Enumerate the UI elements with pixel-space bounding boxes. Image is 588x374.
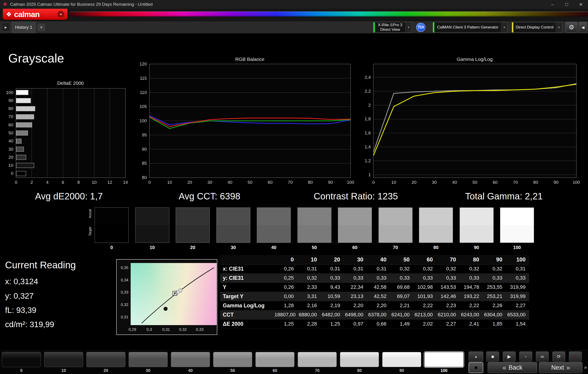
pattern-generator-dropdown[interactable]: CalMAN Client 3 Pattern Generator ▼ <box>433 22 508 33</box>
y-axis-tick: 110 <box>140 90 147 96</box>
stop-measure-button[interactable]: ■ <box>469 362 483 373</box>
table-cell: 2,02 <box>413 319 436 329</box>
pattern-level-button-0[interactable] <box>2 352 41 367</box>
pattern-level-button-20[interactable] <box>86 352 126 367</box>
stop-button[interactable]: ■ <box>486 352 499 362</box>
pattern-level-0: 0 <box>2 352 41 373</box>
table-row: Gamma Log/Log1,282,162,192,202,202,212,2… <box>220 301 529 310</box>
table-row-label: CCT <box>220 310 274 319</box>
table-cell: 0,97 <box>344 319 367 329</box>
x-axis-tick: 0,32 <box>179 327 187 333</box>
tab-history-1[interactable]: History 1 <box>11 21 36 33</box>
table-cell: 1,54 <box>506 319 529 329</box>
grayscale-swatch-100 <box>500 207 534 243</box>
swatch-label-50: 50 <box>297 245 331 250</box>
actual-row-label: Actual <box>88 207 92 221</box>
next-label: Next <box>551 364 564 371</box>
table-cell: 0,26 <box>274 264 297 273</box>
continuous-read-button[interactable]: ∞ <box>536 352 549 362</box>
y-axis-tick: 0,32 <box>121 302 128 308</box>
logo-dropdown-button[interactable]: ▾ <box>57 11 64 18</box>
next-button[interactable]: Next » <box>539 362 582 373</box>
swatch-label-20: 20 <box>176 245 210 250</box>
panel-collapse-button[interactable]: ◀ <box>579 22 587 33</box>
pattern-level-button-50[interactable] <box>213 352 252 367</box>
grayscale-swatch-50 <box>297 207 331 243</box>
table-row: y: CIE310,250,320,330,330,330,330,330,33… <box>220 273 529 283</box>
pattern-generator-name: CalMAN Client 3 Pattern Generator <box>437 25 498 30</box>
pattern-window-button[interactable]: ▫ <box>519 352 532 362</box>
y-axis-tick: 90 <box>9 98 13 104</box>
close-button[interactable]: ✕ <box>574 0 588 9</box>
table-cell: 2,27 <box>436 319 460 329</box>
table-cell: 2,23 <box>436 301 460 310</box>
x-axis-tick: 0,3 <box>147 327 152 333</box>
table-cell: 0,25 <box>274 273 297 283</box>
panel-expand-button[interactable]: ▸ <box>1 22 10 32</box>
grayscale-swatch-strip: 0102030405060708090100 <box>95 207 535 251</box>
pattern-level-button-10[interactable] <box>44 352 83 367</box>
table-cell: 253,21 <box>483 292 506 301</box>
pattern-level-button-100[interactable] <box>424 352 463 367</box>
x-axis-tick: 20 <box>412 179 416 185</box>
refresh-button[interactable]: ⟳ <box>552 352 565 362</box>
play-button[interactable]: ▶ <box>503 352 516 362</box>
record-button[interactable]: ● <box>569 352 582 362</box>
meter-name: X-Rite i1Pro 3 <box>378 23 402 27</box>
y-axis-tick: 1,6 <box>365 130 371 136</box>
table-cell: 2,33 <box>297 283 321 292</box>
y-axis-tick: 0,31 <box>121 314 128 320</box>
pattern-level-60: 60 <box>255 352 294 373</box>
meter-count-badge[interactable]: 719 <box>416 23 425 32</box>
y-axis-tick: 85 <box>142 160 147 166</box>
table-cell: 6210,00 <box>436 310 460 319</box>
chevron-up-icon: ▲ <box>474 355 478 358</box>
page-forward-button[interactable]: » <box>583 362 588 373</box>
settings-button[interactable]: ⚙ <box>566 22 578 33</box>
pattern-level-button-30[interactable] <box>129 352 168 367</box>
y-axis-tick: 10 <box>9 162 13 168</box>
table-cell: 2,21 <box>390 301 413 310</box>
table-cell: 42,58 <box>367 283 390 292</box>
table-cell: 319,99 <box>506 283 529 292</box>
measurement-table: 0102030405060708090100x: CIE310,260,310,… <box>220 255 529 329</box>
add-tab-button[interactable]: + <box>38 24 45 31</box>
back-button[interactable]: « Back <box>488 362 537 373</box>
table-cell: 0,31 <box>506 264 529 273</box>
pattern-level-button-60[interactable] <box>255 352 294 367</box>
y-axis-tick: 30 <box>9 146 13 152</box>
x-axis-tick: 70 <box>288 179 293 185</box>
pattern-level-button-90[interactable] <box>382 352 421 367</box>
table-cell: 0,31 <box>367 264 390 273</box>
display-control-dropdown[interactable]: Direct Display Control ▼ <box>512 22 562 33</box>
pattern-level-button-80[interactable] <box>340 352 379 367</box>
pattern-level-label-70: 70 <box>298 368 337 373</box>
y-axis-tick: 1,8 <box>365 116 371 122</box>
y-axis-tick: 1,4 <box>365 144 371 150</box>
table-header-row: 0102030405060708090100 <box>220 255 529 264</box>
gamma-chart-title: Gamma Log/Log <box>373 56 576 62</box>
x-axis-tick: 20 <box>187 179 192 185</box>
pattern-level-30: 30 <box>129 352 168 373</box>
expand-up-button[interactable]: ▲ <box>469 352 483 362</box>
swatch-label-100: 100 <box>500 245 534 250</box>
pattern-level-80: 80 <box>340 352 379 373</box>
maximize-button[interactable]: □ <box>559 0 574 9</box>
calman-logo-banner[interactable]: ❖ calman ▾ <box>3 9 68 20</box>
pattern-level-button-70[interactable] <box>298 352 337 367</box>
table-cell: 0,33 <box>436 273 460 283</box>
pattern-level-button-40[interactable] <box>171 352 210 367</box>
minimize-button[interactable]: – <box>545 0 559 9</box>
y-axis-tick: 2 <box>368 102 371 108</box>
x-axis-tick: 0 <box>15 179 17 185</box>
table-cell: 0,32 <box>483 264 506 273</box>
grayscale-swatch-60 <box>338 207 372 243</box>
y-axis-tick: 1 <box>368 172 371 178</box>
table-cell: 6378,00 <box>367 310 390 319</box>
table-cell: 0,31 <box>321 264 344 273</box>
chevron-left-icon: ◀ <box>581 25 584 30</box>
x-axis-tick: 100 <box>347 179 354 185</box>
meter-dropdown[interactable]: X-Rite i1Pro 3 Direct View ▼ <box>373 22 412 33</box>
pattern-level-label-100: 100 <box>424 368 463 373</box>
table-cell: 0,33 <box>460 273 483 283</box>
